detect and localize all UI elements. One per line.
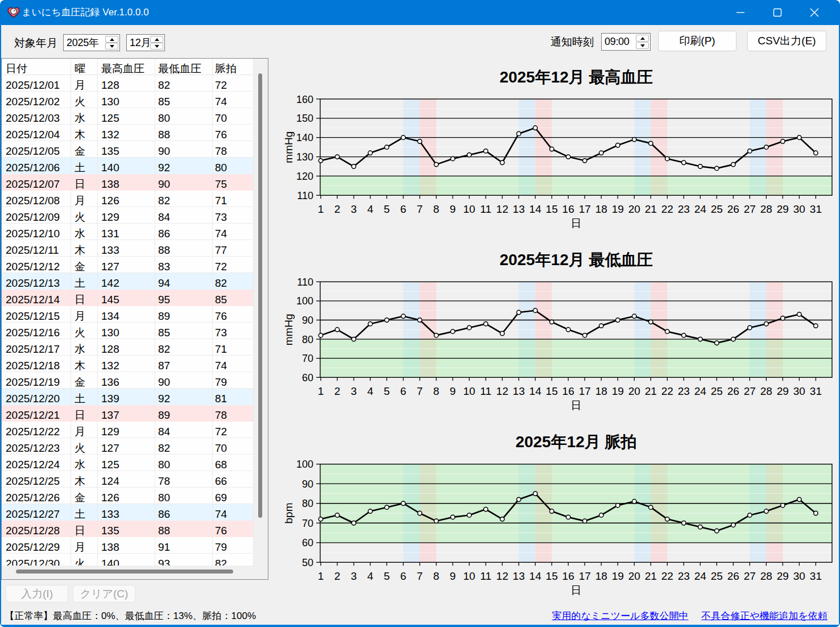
table-row[interactable]: 2025/12/14日1459585 [2,290,253,306]
table-row[interactable]: 2025/12/26金1268069 [2,488,253,504]
svg-text:26: 26 [727,203,739,215]
data-point [401,135,405,139]
table-cell: 土 [75,275,85,291]
svg-text:9: 9 [450,570,456,582]
data-point [450,515,454,519]
svg-text:17: 17 [579,385,591,397]
table-cell: 132 [101,127,119,143]
table-cell: 130 [101,94,119,110]
maximize-button[interactable] [764,0,791,25]
svg-text:80: 80 [302,498,313,509]
table-row[interactable]: 2025/12/11木1338877 [2,240,253,257]
table-row[interactable]: 2025/12/01月1288272 [2,75,253,92]
tools-link[interactable]: 実用的なミニツール多数公開中 [552,610,688,621]
table-row[interactable]: 2025/12/04木1328876 [2,125,253,141]
data-point [682,160,686,164]
svg-text:6: 6 [400,570,407,582]
month-down-icon[interactable] [150,43,163,50]
x-axis-label: 日 [571,399,582,411]
print-button[interactable]: 印刷(P) [658,31,736,51]
svg-text:5: 5 [384,385,390,397]
table-cell: 2025/12/27 [6,506,60,522]
data-point [533,492,537,496]
year-spinner-arrows[interactable] [104,35,119,51]
table-row[interactable]: 2025/12/27土1338674 [2,504,253,521]
year-spinner[interactable]: 2025年 [63,34,120,51]
table-row[interactable]: 2025/12/24水1258068 [2,455,253,471]
title-bar: まいにち血圧記録 Ver.1.0.0.0 [0,0,840,25]
svg-text:1: 1 [318,570,324,582]
svg-text:4: 4 [367,385,374,397]
column-header: 脈拍 [215,60,237,77]
table-row[interactable]: 2025/12/10水1318674 [2,224,253,240]
table-row[interactable]: 2025/12/08月1268271 [2,191,253,207]
svg-text:4: 4 [367,570,374,582]
close-button[interactable] [801,0,827,25]
data-point [566,515,570,519]
table-cell: 92 [158,391,170,407]
svg-text:28: 28 [760,570,772,582]
svg-text:24: 24 [694,203,707,215]
table-row[interactable]: 2025/12/21日1378978 [2,405,253,422]
svg-text:70: 70 [302,353,313,364]
table-row[interactable]: 2025/12/06土1409280 [2,158,253,174]
svg-text:30: 30 [793,203,805,215]
vertical-scrollbar[interactable] [258,73,262,518]
table-row[interactable]: 2025/12/23火1278270 [2,438,253,455]
table-row[interactable]: 2025/12/19金1369079 [2,372,253,389]
table-row[interactable]: 2025/12/12金1278372 [2,257,253,273]
year-down-icon[interactable] [105,43,118,50]
table-row[interactable]: 2025/12/15月1348976 [2,306,253,323]
table-row[interactable]: 2025/12/07日1389075 [2,174,253,191]
column-divider [71,59,71,567]
table-cell: 88 [158,242,170,258]
month-spinner[interactable]: 12月 [126,34,165,51]
data-point [649,141,653,145]
notify-down-icon[interactable] [636,42,649,49]
table-row[interactable]: 2025/12/13土1429482 [2,273,253,290]
request-link[interactable]: 不具合修正や機能追加を依頼 [701,610,827,621]
table-row[interactable]: 2025/12/16火1308573 [2,323,253,339]
svg-text:4: 4 [367,203,374,215]
csv-export-button[interactable]: CSV出力(E) [747,31,826,51]
data-point [318,159,322,163]
minimize-button[interactable] [727,0,754,25]
data-point [682,333,686,337]
table-row[interactable]: 2025/12/29月1389179 [2,537,253,554]
table-row[interactable]: 2025/12/28日1358876 [2,521,253,537]
clear-button[interactable]: クリア(C) [73,585,135,603]
notify-spinner-arrows[interactable] [635,34,650,50]
svg-text:22: 22 [661,385,673,397]
notify-up-icon[interactable] [636,35,649,42]
data-point [764,322,768,326]
chart-title: 2025年12月 最低血圧 [499,251,652,269]
input-button[interactable]: 入力(I) [6,585,68,603]
table-cell: 2025/12/15 [6,308,60,324]
data-point [500,160,504,164]
table-row[interactable]: 2025/12/22月1298472 [2,422,253,438]
table-cell: 135 [101,523,119,539]
month-spinner-arrows[interactable] [149,35,164,51]
year-up-icon[interactable] [105,36,118,43]
table-row[interactable]: 2025/12/03水1258070 [2,108,253,125]
table-cell: 木 [75,127,85,143]
table-cell: 74 [215,226,227,242]
horizontal-scrollbar[interactable] [16,570,233,574]
table-row[interactable]: 2025/12/20土1399281 [2,389,253,405]
table-cell: 2025/12/08 [6,193,60,209]
table-row[interactable]: 2025/12/17水1288271 [2,339,253,356]
table-row[interactable]: 2025/12/05金1359078 [2,141,253,158]
table-row[interactable]: 2025/12/18木1328774 [2,356,253,372]
table-row[interactable]: 2025/12/02火1308574 [2,92,253,108]
table-row[interactable]: 2025/12/09火1298473 [2,207,253,224]
table-row[interactable]: 2025/12/30火1409382 [2,554,253,566]
svg-text:14: 14 [529,570,542,582]
table-body[interactable]: 2025/12/01月12882722025/12/02火13085742025… [2,75,253,566]
table-cell: 82 [158,77,170,93]
svg-text:23: 23 [678,203,690,215]
notify-time-spinner[interactable]: 09:00 [601,33,651,51]
table-cell: 74 [215,506,227,522]
table-row[interactable]: 2025/12/25木1247866 [2,471,253,488]
table-cell: 127 [101,259,119,275]
month-up-icon[interactable] [150,36,163,43]
